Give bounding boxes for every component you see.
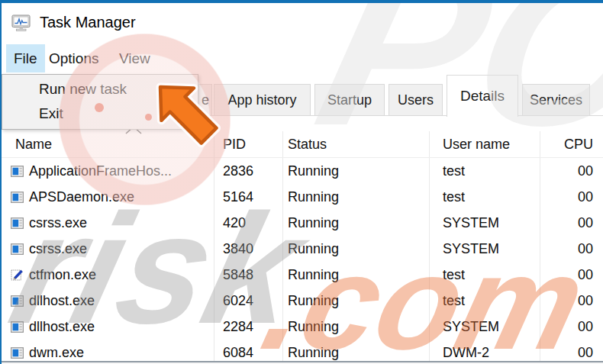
window-title: Task Manager [40, 14, 136, 31]
process-cpu: 00 [540, 163, 603, 179]
orange-arrow-cursor [131, 68, 231, 167]
menu-options[interactable]: Options [41, 44, 106, 72]
window-icon [11, 243, 24, 256]
process-pid: 5848 [214, 267, 282, 283]
process-name: ctfmon.exe [29, 267, 96, 283]
process-status: Running [282, 189, 429, 205]
process-name: dllhost.exe [29, 319, 95, 335]
process-status: Running [282, 345, 429, 361]
process-user: test [429, 163, 540, 179]
table-rows: ApplicationFrameHos... 2836 Running test… [2, 158, 603, 364]
process-user: test [429, 293, 540, 309]
process-name: dllhost.exe [29, 293, 95, 309]
process-name: dwm.exe [29, 345, 84, 361]
tab-startup[interactable]: Startup [314, 84, 385, 116]
menu-file[interactable]: File [6, 44, 45, 72]
process-name: csrss.exe [29, 215, 87, 231]
process-name: APSDaemon.exe [29, 189, 134, 205]
process-pid: 3840 [214, 241, 282, 257]
menu-bar: File Options View [2, 44, 603, 72]
process-name: csrss.exe [29, 241, 87, 257]
process-user: test [429, 189, 540, 205]
process-user: SYSTEM [429, 319, 540, 335]
column-header-cpu[interactable]: CPU [540, 137, 603, 153]
process-cpu: 00 [540, 241, 603, 257]
window-icon [11, 217, 24, 230]
column-header-status[interactable]: Status [282, 137, 429, 153]
table-row[interactable]: ctfmon.exe 5848 Running test 00 [2, 262, 603, 288]
process-cpu: 00 [540, 215, 603, 231]
process-user: SYSTEM [429, 241, 540, 257]
window-icon [11, 321, 24, 333]
process-status: Running [282, 215, 429, 231]
process-status: Running [282, 163, 429, 179]
table-row[interactable]: APSDaemon.exe 5164 Running test 00 [2, 184, 603, 210]
process-cpu: 00 [540, 189, 603, 205]
process-cpu: 00 [540, 267, 603, 283]
column-header-user-name[interactable]: User name [429, 137, 540, 153]
process-pid: 5164 [214, 189, 282, 205]
process-pid: 2284 [214, 319, 282, 335]
tab-services[interactable]: Services [522, 84, 590, 116]
process-pid: 6024 [214, 293, 282, 309]
process-user: test [429, 267, 540, 283]
process-cpu: 00 [540, 293, 603, 309]
title-bar: Task Manager [2, 3, 603, 44]
task-manager-window: Task Manager File Options View e App his… [0, 0, 603, 364]
process-cpu: 00 [540, 319, 603, 335]
process-cpu: 00 [540, 345, 603, 361]
process-status: Running [282, 293, 429, 309]
process-pid: 6084 [214, 345, 282, 361]
table-row[interactable]: csrss.exe 3840 Running SYSTEM 00 [2, 236, 603, 262]
process-user: SYSTEM [429, 215, 540, 231]
tab-users[interactable]: Users [389, 84, 443, 116]
window-icon [11, 191, 24, 204]
table-row[interactable]: dllhost.exe 6024 Running test 00 [2, 288, 603, 314]
window-icon [11, 346, 24, 359]
table-row[interactable]: dllhost.exe 2284 Running SYSTEM 00 [2, 314, 603, 340]
process-user: DWM-2 [429, 345, 540, 361]
process-status: Running [282, 241, 429, 257]
horizontal-scrollbar[interactable] [2, 361, 603, 364]
window-icon [11, 165, 24, 178]
process-status: Running [282, 267, 429, 283]
task-manager-icon [11, 12, 33, 34]
process-pid: 420 [214, 215, 282, 231]
table-row[interactable]: ApplicationFrameHos... 2836 Running test… [2, 158, 603, 184]
table-header: Name PID Status User name CPU [2, 131, 603, 158]
pen-icon [11, 269, 24, 282]
table-row[interactable]: csrss.exe 420 Running SYSTEM 00 [2, 210, 603, 236]
process-status: Running [282, 319, 429, 335]
window-icon [11, 295, 24, 308]
process-table: Name PID Status User name CPU Applicatio… [2, 131, 603, 362]
tab-details[interactable]: Details [447, 75, 518, 117]
